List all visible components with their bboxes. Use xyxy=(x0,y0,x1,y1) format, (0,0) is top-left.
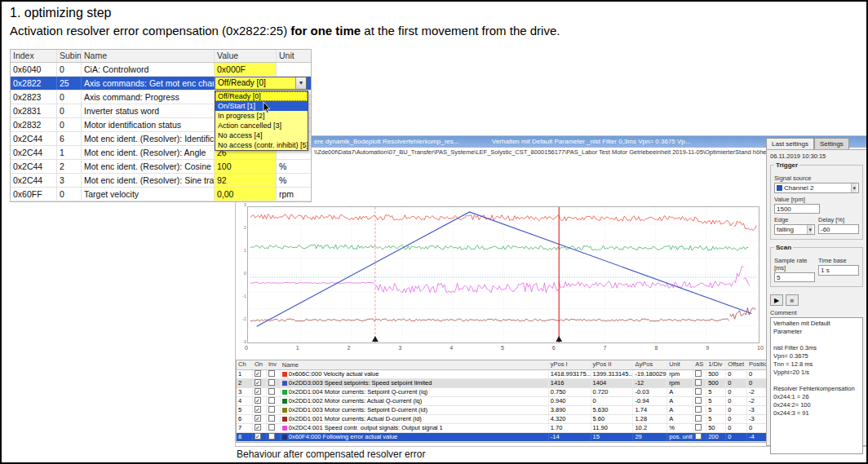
as-checkbox[interactable] xyxy=(695,424,702,431)
unit-value: % xyxy=(667,424,693,432)
on-cell: ✓ xyxy=(253,379,267,387)
invert-checkbox[interactable] xyxy=(268,370,275,377)
scope-file-path: \\Zde00f\Data7\Automation\07_BU_Transfer… xyxy=(236,148,766,157)
trigger-value-input[interactable]: 1500 xyxy=(774,204,820,214)
parameter-row[interactable]: 0x2822 25 Axis commands: Get mot enc cha… xyxy=(11,77,311,91)
dropdown-option[interactable]: Action cancelled [3] xyxy=(215,121,308,130)
signal-source-select[interactable]: Channel 2 ▾ xyxy=(774,183,859,193)
value-dropdown: Off/Ready [0]On/Start [1]In progress [2]… xyxy=(215,91,308,151)
subtitle-text: Activation resolver error compensation (… xyxy=(10,24,290,38)
param-name: Motor identification status xyxy=(82,118,215,131)
channel-row[interactable]: 4 ✓ 0x2DD1:002 Motor currents: Actual Q-… xyxy=(237,397,767,406)
on-checkbox[interactable]: ✓ xyxy=(255,397,261,404)
comment-box[interactable]: Verhalten mit Default Parameter nist Fil… xyxy=(770,317,863,454)
invert-checkbox[interactable] xyxy=(268,415,275,422)
as-checkbox[interactable] xyxy=(695,406,702,413)
channel-number: 6 xyxy=(237,415,253,423)
channel-row[interactable]: 7 ✓ 0x2DC4:001 Speed contr. output signa… xyxy=(237,424,767,433)
col-inv: Inv xyxy=(267,360,281,369)
dropdown-option[interactable]: No access (contr. inhibit) [5] xyxy=(215,140,308,150)
velocity-actual-trace xyxy=(250,214,686,220)
offset-value: 0 xyxy=(726,415,747,423)
following-error-trace xyxy=(250,319,729,321)
scope-title: ere dynamik_Bodeplott Resolverfehlerkomp… xyxy=(314,136,458,148)
dropdown-option[interactable]: No access [4] xyxy=(215,130,308,140)
channel-color-swatch xyxy=(282,390,287,395)
chevron-down-icon[interactable]: ▾ xyxy=(851,183,857,192)
parameter-row[interactable]: 0x60FF 0 Target velocity 0,00 rpm ▾ xyxy=(11,188,311,201)
scope-settings-panel: 06.11.2019 10:30:15 Trigger Signal sourc… xyxy=(766,149,867,446)
x-tick-label: 9 xyxy=(706,345,709,351)
as-checkbox[interactable] xyxy=(695,433,702,440)
as-checkbox[interactable] xyxy=(695,370,702,377)
ypos2-value: 15 xyxy=(591,433,634,441)
on-checkbox[interactable]: ✓ xyxy=(255,388,261,395)
ypos2-value: 5.630 xyxy=(591,406,634,414)
as-checkbox[interactable] xyxy=(695,397,702,404)
invert-checkbox[interactable] xyxy=(268,424,275,431)
invert-checkbox[interactable] xyxy=(268,397,275,404)
as-checkbox[interactable] xyxy=(695,379,702,386)
dropdown-option[interactable]: On/Start [1] xyxy=(215,101,308,111)
col-unit: Unit xyxy=(277,50,311,62)
channel-name-cell: 0x2DC4:001 Speed contr. output signals: … xyxy=(281,424,549,432)
parameter-row[interactable]: 0x2C44 2 Mot enc ident. (Resolver): Cosi… xyxy=(11,160,311,174)
channel-name-cell: 0x2DD1:003 Motor currents: Setpoint D-cu… xyxy=(281,406,549,414)
edge-select[interactable]: falling ▾ xyxy=(774,224,815,235)
time-base-select[interactable]: 1 s xyxy=(818,265,859,276)
parameter-row[interactable]: 0x2C44 3 Mot enc ident. (Resolver): Sine… xyxy=(11,174,311,188)
invert-checkbox[interactable] xyxy=(268,388,275,395)
channel-row[interactable]: 6 ✓ 0x2DD1:001 Motor currents: Actual D-… xyxy=(237,415,767,424)
tab-settings[interactable]: Settings xyxy=(814,138,849,149)
ypos1-value: 4.320 xyxy=(549,415,591,423)
col-ypos2: yPos II xyxy=(591,360,634,369)
inv-cell xyxy=(267,397,281,405)
on-checkbox[interactable]: ✓ xyxy=(255,406,261,413)
sample-rate-input[interactable]: 5 xyxy=(774,272,815,282)
chevron-down-icon[interactable]: ▾ xyxy=(295,77,306,89)
dropdown-option[interactable]: Off/Ready [0] xyxy=(215,91,308,101)
tab-last-settings[interactable]: Last settings xyxy=(766,138,814,149)
invert-checkbox[interactable] xyxy=(268,406,275,413)
channel-color-swatch xyxy=(282,399,287,404)
sample-rate-label: Sample rate [ms] xyxy=(774,257,815,272)
channel-name: 0x2DD3:003 Speed setpoints: Speed setpoi… xyxy=(289,379,432,387)
on-checkbox[interactable]: ✓ xyxy=(255,424,261,431)
on-checkbox[interactable]: ✓ xyxy=(255,415,261,422)
invert-checkbox[interactable] xyxy=(268,379,275,386)
inv-cell xyxy=(267,406,281,414)
on-checkbox[interactable]: ✓ xyxy=(255,433,261,440)
as-cell xyxy=(693,406,706,414)
start-button[interactable]: ▶ xyxy=(770,294,783,306)
param-subindex: 3 xyxy=(57,174,82,187)
channel-row[interactable]: 8 ✓ 0x60F4:000 Following error actual va… xyxy=(237,433,767,442)
value-combobox[interactable]: Off/Ready [0] ▾ xyxy=(215,77,307,90)
parameter-row[interactable]: 0x6040 0 CiA: Controlword 0x000F ▾ xyxy=(11,63,311,77)
on-checkbox[interactable]: ✓ xyxy=(255,379,261,386)
dropdown-option[interactable]: In progress [2] xyxy=(215,111,308,121)
channel-row[interactable]: 1 ✓ 0x606C:000 Velocity actual value 141… xyxy=(237,370,767,379)
x-tick-label: 8 xyxy=(654,345,658,351)
x-tick-label: 10 xyxy=(757,345,764,351)
as-checkbox[interactable] xyxy=(695,415,702,422)
channel-row[interactable]: 2 ✓ 0x2DD3:003 Speed setpoints: Speed se… xyxy=(237,379,767,388)
channel-number: 1 xyxy=(237,370,253,378)
chevron-down-icon[interactable]: ▾ xyxy=(807,225,813,234)
parameter-table-header: Index Subindex Name Value Unit xyxy=(11,50,311,63)
channel-row[interactable]: 5 ✓ 0x2DD1:003 Motor currents: Setpoint … xyxy=(237,406,767,415)
comment-label: Comment xyxy=(770,309,863,316)
param-subindex: 0 xyxy=(57,188,82,201)
as-checkbox[interactable] xyxy=(695,388,702,395)
invert-checkbox[interactable] xyxy=(268,433,275,440)
on-checkbox[interactable]: ✓ xyxy=(255,370,261,377)
channel-row[interactable]: 3 ✓ 0x2DD1:004 Motor currents: Setpoint … xyxy=(237,388,767,397)
inv-cell xyxy=(267,424,281,432)
channel-name: 0x2DD1:001 Motor currents: Actual D-curr… xyxy=(289,415,422,423)
on-cell: ✓ xyxy=(253,415,267,423)
offset-value: 0 xyxy=(726,370,747,378)
delay-input[interactable]: -60 xyxy=(818,224,859,234)
stop-button[interactable]: ■ xyxy=(786,294,799,306)
edge-label: Edge xyxy=(774,216,815,223)
param-subindex: 0 xyxy=(57,63,82,76)
div-value: 200 xyxy=(706,433,726,441)
